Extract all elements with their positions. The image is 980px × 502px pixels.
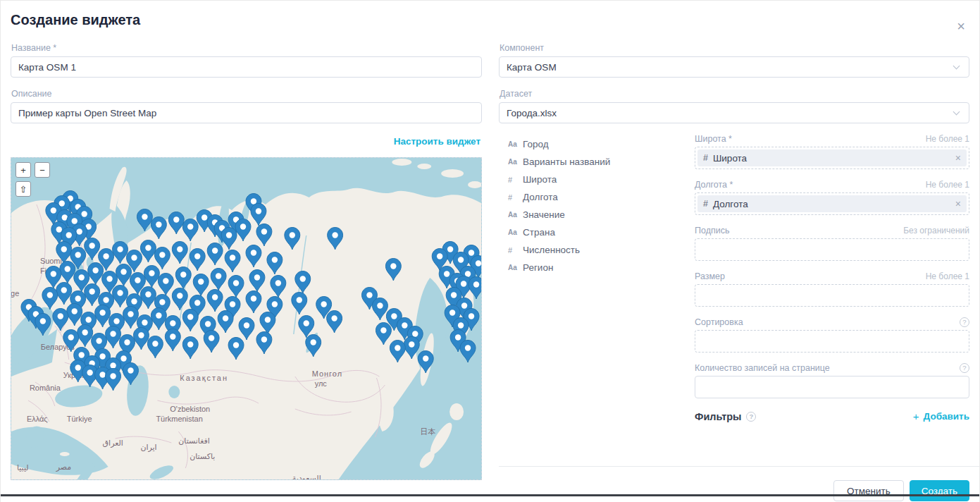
field-name: Широта [523,174,557,185]
add-filter-link[interactable]: + Добавить [913,410,969,422]
field-list-item[interactable]: #Широта [508,171,695,188]
page-size-label: Количество записей на странице [695,363,830,373]
latitude-dropzone[interactable]: # Широта × [695,147,969,169]
field-list-item[interactable]: AaСтрана [508,224,695,241]
name-input[interactable]: Карта OSM 1 [11,56,482,78]
name-label: Название * [11,43,482,53]
description-input[interactable]: Пример карты Open Street Map [11,102,482,123]
number-type-icon: # [703,199,708,209]
latitude-label: Широта * [695,134,732,144]
number-type-icon: # [508,193,523,202]
remove-chip-icon[interactable]: × [955,152,961,164]
filters-label: Фильтры [695,411,741,422]
map-place-label: 日本 [420,427,435,436]
text-type-icon: Aa [508,228,523,236]
text-type-icon: Aa [508,211,523,219]
map-place-label: Sverige [11,289,19,298]
page-title: Создание виджета [11,12,140,28]
caption-label: Подпись [695,226,729,235]
chip-field-name: Широта [713,153,955,164]
text-type-icon: Aa [508,140,523,148]
dataset-value: Города.xlsx [507,108,557,118]
sorting-dropzone[interactable] [695,330,969,353]
dataset-label: Датасет [500,89,969,99]
chevron-down-icon [953,108,960,115]
field-name: Варианты названий [523,157,610,167]
map-place-label: ايران [140,443,156,452]
latitude-constraint: Не более 1 [926,134,969,144]
caption-constraint: Без ограничений [903,226,969,235]
cancel-button[interactable]: Отменить [833,480,904,501]
field-list-item[interactable]: #Численность [508,241,695,259]
caption-dropzone[interactable] [695,238,969,261]
text-type-icon: Aa [508,158,523,166]
map-place-label: Türkmenistan [156,415,202,423]
field-list-item[interactable]: #Долгота [508,188,695,206]
chip-field-name: Долгота [713,199,955,209]
description-label: Описание [11,89,482,99]
map-zoom-in-button[interactable]: + [15,162,31,178]
longitude-chip[interactable]: # Долгота × [697,195,967,212]
map-place-label: باكستان [190,452,215,460]
map-place-label: Монгол [312,369,342,378]
field-name: Город [523,139,549,149]
size-label: Размер [695,271,725,281]
map-place-label: O'zbekiston [170,405,210,413]
page-size-input[interactable] [695,376,969,398]
number-type-icon: # [508,176,523,184]
map-place-label: مصر [56,463,71,472]
number-type-icon: # [703,153,708,163]
map-place-label: улс [315,379,328,388]
map-place-label: العراق [103,439,123,448]
mapping-fields: Широта * Не более 1 # Широта × Долгота * [695,133,969,422]
help-icon[interactable]: ? [746,412,756,422]
field-name: Долгота [523,192,558,202]
field-name: Значение [523,209,565,220]
map-preview[interactable]: SuomiFinlandSverigeБеларусьУкраїнаRomâni… [11,157,482,480]
map-zoom-out-button[interactable]: − [35,162,50,178]
configure-widget-link[interactable]: Настроить виджет [394,136,480,147]
map-place-label: ليبيا [17,463,29,472]
help-icon[interactable]: ? [960,363,969,373]
field-list-item[interactable]: AaРегион [508,259,695,276]
number-type-icon: # [508,246,523,255]
map-fit-extent-button[interactable]: ⇧ [15,181,31,197]
field-name: Численность [523,245,580,255]
field-list-item[interactable]: AaГород [508,135,695,153]
dataset-select[interactable]: Города.xlsx [499,102,969,123]
map-controls: + − ⇧ [15,162,50,197]
map-place-label: Türkiye [67,415,92,423]
sorting-label: Сортировка [695,317,743,327]
create-button[interactable]: Создать [910,480,969,501]
latitude-chip[interactable]: # Широта × [697,149,967,166]
component-label: Компонент [500,43,969,53]
close-icon[interactable]: × [957,19,965,33]
field-name: Страна [523,227,555,238]
map-place-label: السعودية [292,474,321,479]
longitude-label: Долгота * [695,180,733,190]
map-place-label: Казақстан [180,374,228,382]
field-list-item[interactable]: AaЗначение [508,206,695,224]
field-name: Регион [523,262,553,273]
dataset-field-list: AaГородAaВарианты названий#Широта#Долгот… [499,133,695,422]
size-dropzone[interactable] [695,284,969,307]
map-place-label: Suomi [40,257,62,265]
help-icon[interactable]: ? [960,317,969,327]
longitude-dropzone[interactable]: # Долгота × [695,192,969,215]
longitude-constraint: Не более 1 [926,180,969,190]
remove-chip-icon[interactable]: × [955,198,961,209]
field-list-item[interactable]: AaВарианты названий [508,153,695,171]
window-bottom-edge [1,494,979,496]
osm-map: SuomiFinlandSverigeБеларусьУкраїнаRomâni… [11,158,481,479]
add-filter-label: Добавить [924,411,969,422]
component-select[interactable]: Карта OSM [499,56,969,78]
component-value: Карта OSM [507,62,557,73]
map-place-label: افغانستان [178,436,209,445]
map-place-label: Ελλάς [27,415,48,423]
footer-divider [499,466,980,467]
plus-icon: + [913,410,919,422]
map-place-label: România [30,384,61,392]
chevron-down-icon [953,62,960,69]
text-type-icon: Aa [508,264,523,271]
size-constraint: Не более 1 [926,271,969,281]
